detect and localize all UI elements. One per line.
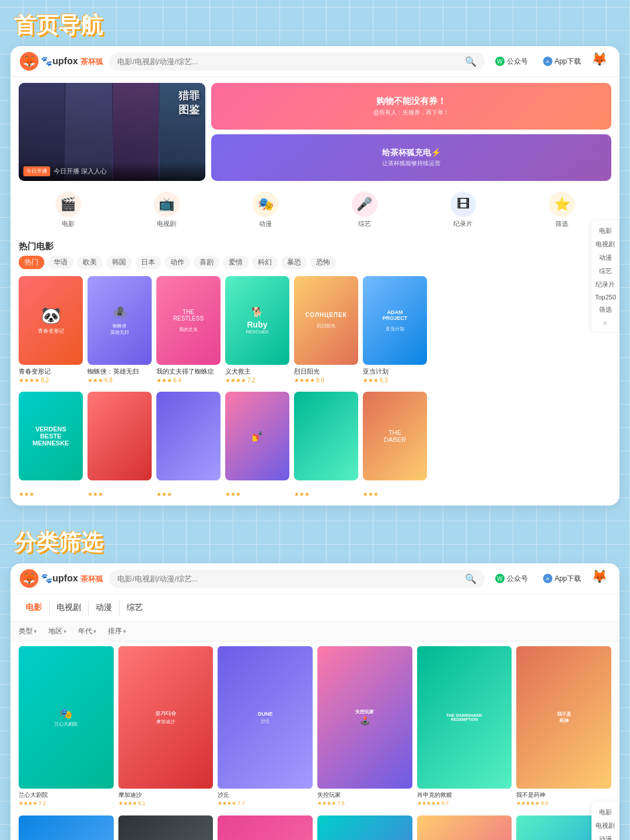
section2-logo-chinese: 茶杯狐	[80, 574, 103, 583]
logo-area[interactable]: 🦊 🐾upfox 茶杯狐	[20, 52, 103, 71]
section2-panel: 🦊 🐾upfox 茶杯狐 🔍 W 公众号 A App下载 🦊	[10, 563, 620, 840]
movie-card-3[interactable]: THERESTLESS 我的丈夫 我的丈夫得了蜘蛛症 ★★★ 6.4	[156, 276, 220, 384]
movie-rating-2: ★★★ 6.8	[88, 377, 152, 384]
s2-movie-4[interactable]: 失控玩家 🕹️ 失控玩家 ★★★★ 7.5	[317, 646, 412, 806]
banner-coupon[interactable]: 购物不能没有券！ @所有人：先领券，再下单！	[211, 83, 611, 130]
s2-movie-3[interactable]: DUNE 沙丘 沙丘 ★★★★ 7.7	[218, 646, 313, 806]
cat-movie[interactable]: 🎬 电影	[55, 191, 81, 228]
search-bar[interactable]: 🔍	[109, 53, 485, 71]
logo-upfox: 🐾upfox	[41, 56, 80, 66]
filter-tag-romance[interactable]: 爱情	[223, 256, 249, 269]
s2-movie-10[interactable]: 盛夏未来 盛夏未来 ★★★★ 7.1	[317, 815, 412, 840]
cat-anime[interactable]: 🎭 动漫	[253, 191, 278, 228]
section2-logo-dot: 🐾	[41, 573, 52, 583]
chevron-down-icon-2: ▾	[64, 628, 66, 635]
movie-grid-row1: 🐼 青春变形记 青春变形记 ★★★★ 8.2 🕷️ 蜘蛛侠英雄无归	[10, 274, 620, 389]
tab-tv[interactable]: 电视剧	[50, 600, 89, 615]
movie-card-12[interactable]: THEDABER ★★★	[363, 392, 427, 497]
section2-wechat-btn[interactable]: W 公众号	[491, 571, 533, 586]
s2-poster-6: 我不是药神	[516, 646, 611, 789]
movie-card-4[interactable]: 🐕 Ruby RESCUED 义犬救主 ★★★★ 7.2	[225, 276, 289, 384]
movie-card-8[interactable]: ★★★	[88, 392, 152, 497]
s2-title-6: 我不是药神	[516, 791, 611, 799]
movie-card-5[interactable]: СОЛНЦЕПЕК 烈日阳光 烈日阳光 ★★★★ 8.0	[294, 276, 358, 384]
s2-movie-8[interactable]: 千と千尋の 神隠し 千与千寻 ★★★★★ 9.4	[118, 815, 214, 840]
tab-movie[interactable]: 电影	[19, 600, 50, 615]
right-nav-anime[interactable]: 动漫	[595, 252, 616, 263]
section2-search-icon[interactable]: 🔍	[465, 573, 477, 584]
s2-rating-5: ★★★★★ 9.7	[417, 800, 512, 806]
section2-logo[interactable]: 🦊 🐾upfox 茶杯狐	[20, 569, 103, 588]
right-nav-doc[interactable]: 纪录片	[595, 279, 616, 290]
right-nav-top250[interactable]: Top250	[595, 292, 616, 302]
filter-tag-chinese[interactable]: 华语	[48, 256, 74, 269]
filter-tag-action[interactable]: 动作	[164, 256, 190, 269]
s2-movie-1[interactable]: 🎭 兰心大剧院 兰心大剧院 ★★★★ 7.2	[19, 646, 114, 806]
rating-num-1: 8.2	[41, 377, 49, 384]
rating-num-2: 6.8	[104, 377, 113, 384]
s2-rnum-3: 7.7	[237, 800, 245, 806]
filter-year[interactable]: 年代 ▾	[78, 626, 96, 636]
s2-movie-7[interactable]: 🦊🐰 疯狂动物城 疯狂动物城 ★★★★★ 9.2	[19, 815, 114, 840]
user-avatar[interactable]: 🦊	[592, 52, 610, 71]
right-nav-variety[interactable]: 综艺	[595, 266, 616, 277]
movie-title-7	[19, 483, 83, 490]
movie-card-7[interactable]: VERDENSBESTEMENNESKE ★★★	[19, 392, 83, 497]
filter-region[interactable]: 地区 ▾	[48, 626, 66, 636]
section2-header: 🦊 🐾upfox 茶杯狐 🔍 W 公众号 A App下载 🦊	[10, 563, 620, 594]
tab-anime[interactable]: 动漫	[89, 600, 120, 615]
cat-filter-icon: ⭐	[549, 191, 575, 217]
s2-movie-11[interactable]: TITANIC 🚢 泰坦尼克号 ★★★★★ 9.4	[417, 815, 512, 840]
right-nav-filter[interactable]: 筛选	[595, 304, 616, 315]
filter-type[interactable]: 类型 ▾	[19, 626, 37, 636]
right-nav2-movie[interactable]: 电影	[595, 807, 616, 818]
s2-movie-6[interactable]: 我不是药神 我不是药神 ★★★★★ 9.0	[516, 646, 611, 806]
search-icon[interactable]: 🔍	[465, 56, 477, 67]
movie-card-9[interactable]: ★★★	[156, 392, 220, 497]
banner-main[interactable]: 今日开播 今日开播 深入人心 猎罪图鉴	[19, 83, 205, 181]
search-input[interactable]	[117, 57, 460, 66]
movie-card-6[interactable]: ADAMPROJECT 亚当计划 亚当计划 ★★★ 6.3	[363, 276, 427, 384]
s2-rating-4: ★★★★ 7.5	[317, 800, 412, 806]
wechat-btn[interactable]: W 公众号	[491, 54, 533, 69]
filter-tag-korean[interactable]: 韩国	[106, 256, 132, 269]
right-nav-tv[interactable]: 电视剧	[595, 239, 616, 250]
stars-3: ★★★	[156, 377, 172, 384]
filter-tag-hot[interactable]: 热门	[19, 256, 44, 269]
filter-tag-scifi[interactable]: 科幻	[252, 256, 278, 269]
banner-charge[interactable]: 给茶杯狐充电⚡ 让茶杯狐能够持续运营	[211, 134, 611, 181]
movie-card-11[interactable]: ★★★	[294, 392, 358, 497]
section1-title-area: 首页导航	[0, 0, 630, 46]
section2-search-input[interactable]	[117, 574, 460, 583]
movie-card-1[interactable]: 🐼 青春变形记 青春变形记 ★★★★ 8.2	[19, 276, 83, 384]
filter-tag-comedy[interactable]: 喜剧	[194, 256, 219, 269]
movie-card-10[interactable]: 💅 ★★★	[225, 392, 289, 497]
app-label: App下载	[555, 57, 581, 67]
section2-app-btn[interactable]: A App下载	[538, 571, 586, 586]
cat-tv[interactable]: 📺 电视剧	[154, 191, 180, 228]
filter-tag-japanese[interactable]: 日本	[135, 256, 161, 269]
movie-poster-6: ADAMPROJECT 亚当计划	[363, 276, 427, 365]
section2-search-bar[interactable]: 🔍	[109, 570, 485, 588]
s2-movie-9[interactable]: 怒火重案 7.30 怒火·重案 ★★★★ 7.2	[218, 815, 313, 840]
filter-tag-violence[interactable]: 暴恐	[281, 256, 307, 269]
cat-documentary[interactable]: 🎞 纪录片	[450, 191, 476, 228]
section2-avatar[interactable]: 🦊	[592, 569, 610, 588]
right-nav2-anime[interactable]: 动漫	[595, 834, 616, 841]
cat-filter[interactable]: ⭐ 筛选	[549, 191, 575, 228]
s2-movie-2[interactable]: 모가디슈 摩加迪沙 摩加迪沙 ★★★★ 8.1	[118, 646, 214, 806]
cat-variety[interactable]: 🎤 综艺	[352, 191, 377, 228]
section1-panel: 🦊 🐾upfox 茶杯狐 🔍 W 公众号 A App下载 🦊	[10, 46, 620, 506]
section2-logo-icon: 🦊	[20, 569, 38, 588]
s2-movie-5[interactable]: THE SHAWSHANKREDEMPTION 肖申克的救赎 ★★★★★ 9.7	[417, 646, 512, 806]
chevron-down-icon-4: ▾	[123, 628, 126, 635]
filter-tag-horror[interactable]: 恐怖	[310, 256, 336, 269]
movie-card-2[interactable]: 🕷️ 蜘蛛侠英雄无归 蜘蛛侠：英雄无归 ★★★ 6.8	[88, 276, 152, 384]
filter-sort[interactable]: 排序 ▾	[108, 626, 126, 636]
right-nav2-tv[interactable]: 电视剧	[595, 820, 616, 831]
filter-tag-western[interactable]: 欧美	[77, 256, 103, 269]
tab-variety[interactable]: 综艺	[120, 600, 150, 615]
banner-main-text: 今日开播 深入人心	[54, 167, 107, 176]
app-download-btn[interactable]: A App下载	[538, 54, 586, 69]
right-nav-movie[interactable]: 电影	[595, 225, 616, 236]
